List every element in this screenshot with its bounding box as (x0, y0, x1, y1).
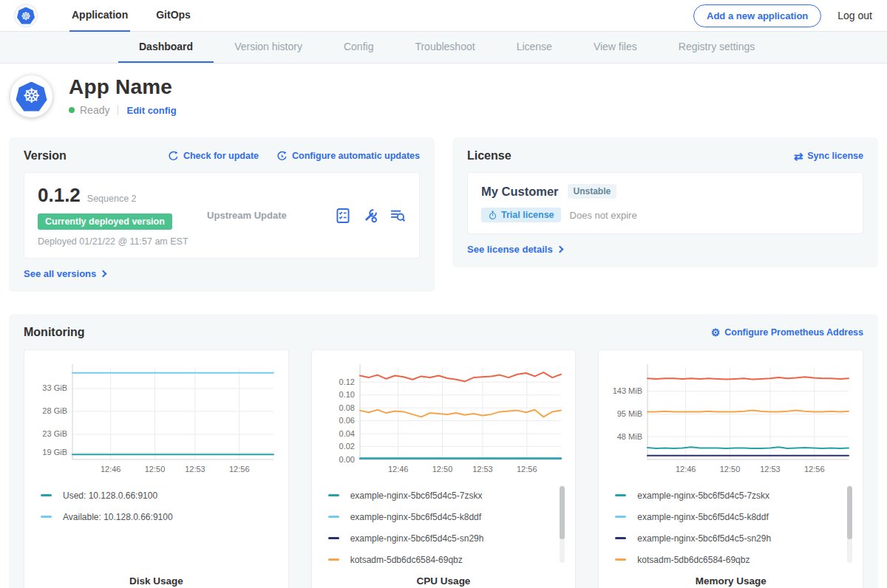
svg-text:12:46: 12:46 (388, 465, 409, 474)
kubernetes-logo: ☸ (15, 4, 37, 27)
monitoring-section: Monitoring ⚙ Configure Prometheus Addres… (9, 314, 878, 588)
chart-title: Memory Usage (608, 575, 854, 587)
app-header: ☸ App Name Ready Edit config (0, 64, 887, 128)
tab-version-history[interactable]: Version history (214, 32, 323, 63)
sequence-label: Sequence 2 (87, 194, 137, 204)
add-new-application-button[interactable]: Add a new application (693, 4, 821, 27)
legend-label: example-nginx-5bc6f5d4c5-7zskx (350, 490, 483, 501)
cpu-usage-legend: example-nginx-5bc6f5d4c5-7zskxexample-ng… (321, 485, 567, 572)
legend-color-dash (41, 516, 52, 518)
page-title: App Name (69, 75, 177, 99)
svg-text:143 MiB: 143 MiB (612, 386, 642, 395)
version-source: Upstream Update (207, 210, 335, 221)
svg-text:19 GiB: 19 GiB (43, 448, 68, 457)
divider (118, 105, 118, 115)
edit-config-icon[interactable] (362, 208, 378, 224)
legend-color-dash (328, 494, 339, 496)
license-expiry: Does not expire (570, 210, 637, 221)
legend-color-dash (615, 537, 626, 539)
svg-text:0.06: 0.06 (339, 416, 355, 425)
svg-text:12:46: 12:46 (676, 465, 696, 474)
disk-usage-legend: Used: 10.128.0.66:9100Available: 10.128.… (33, 485, 279, 572)
check-for-update-button[interactable]: Check for update (168, 151, 259, 162)
edit-config-link[interactable]: Edit config (126, 105, 176, 116)
legend-color-dash (615, 558, 626, 561)
svg-text:28 GiB: 28 GiB (43, 406, 68, 415)
legend-scrollbar[interactable] (560, 486, 565, 563)
tab-troubleshoot[interactable]: Troubleshoot (394, 32, 495, 63)
deploy-logs-icon[interactable] (390, 208, 406, 224)
legend-color-dash (41, 494, 52, 496)
version-card: Version Check for update Configure au (9, 137, 435, 292)
tab-view-files[interactable]: View files (573, 32, 658, 63)
see-license-details-link[interactable]: See license details (467, 244, 563, 255)
svg-text:12:50: 12:50 (432, 465, 453, 474)
logout-link[interactable]: Log out (837, 10, 872, 21)
tab-config[interactable]: Config (323, 32, 394, 63)
legend-item: Available: 10.128.0.66:9100 (41, 506, 279, 527)
legend-item: kotsadm-5db6dc6584-69qbz (328, 549, 567, 570)
preflight-checks-icon[interactable] (335, 208, 351, 224)
chart-title: Disk Usage (33, 575, 279, 587)
sync-license-button[interactable]: ⇄ Sync license (794, 151, 863, 162)
legend-color-dash (328, 516, 339, 518)
disk-usage-chart: 12:4612:5012:5312:5619 GiB23 GiB28 GiB33… (34, 360, 278, 479)
legend-item: Used: 10.128.0.66:9100 (41, 485, 279, 506)
see-all-versions-link[interactable]: See all versions (24, 268, 106, 279)
svg-text:12:46: 12:46 (101, 465, 121, 474)
svg-text:12:53: 12:53 (185, 465, 205, 474)
svg-text:23 GiB: 23 GiB (43, 429, 68, 438)
legend-label: Available: 10.128.0.66:9100 (63, 512, 173, 522)
tab-gitops[interactable]: GitOps (154, 0, 193, 32)
legend-label: example-nginx-5bc6f5d4c5-k8ddf (637, 512, 768, 522)
memory-usage-chart-card: 12:4612:5012:5312:5648 MiB95 MiB143 MiB … (598, 349, 863, 588)
svg-text:33 GiB: 33 GiB (43, 383, 68, 392)
svg-text:12:50: 12:50 (719, 465, 740, 474)
app-status: Ready (80, 104, 109, 116)
svg-text:12:50: 12:50 (145, 465, 166, 474)
app-icon: ☸ (10, 75, 52, 117)
legend-label: example-nginx-5bc6f5d4c5-k8ddf (350, 512, 481, 522)
configure-prometheus-button[interactable]: ⚙ Configure Prometheus Address (711, 327, 863, 338)
legend-color-dash (328, 558, 339, 561)
gear-icon: ⚙ (711, 327, 721, 338)
chevron-right-icon (100, 270, 107, 278)
svg-text:48 MiB: 48 MiB (616, 432, 642, 441)
memory-usage-chart: 12:4612:5012:5312:5648 MiB95 MiB143 MiB (609, 360, 853, 479)
tab-application[interactable]: Application (69, 0, 130, 32)
license-card-title: License (467, 149, 512, 163)
legend-label: example-nginx-5bc6f5d4c5-7zskx (637, 490, 769, 501)
svg-text:12:53: 12:53 (760, 465, 781, 474)
legend-item: example-nginx-5bc6f5d4c5-k8ddf (328, 506, 567, 527)
svg-text:0.00: 0.00 (339, 455, 355, 464)
svg-text:0.04: 0.04 (339, 429, 355, 438)
configure-automatic-updates-button[interactable]: Configure automatic updates (276, 151, 420, 162)
legend-color-dash (615, 516, 626, 518)
topnav-tabs: Application GitOps (69, 0, 217, 32)
sync-icon: ⇄ (794, 151, 803, 162)
legend-item: example-nginx-5bc6f5d4c5-7zskx (615, 485, 854, 506)
cpu-usage-chart-card: 12:4612:5012:5312:560.000.020.040.060.08… (311, 349, 577, 588)
legend-label: Used: 10.128.0.66:9100 (63, 490, 157, 501)
svg-text:12:56: 12:56 (804, 465, 825, 474)
legend-color-dash (328, 537, 339, 539)
svg-text:95 MiB: 95 MiB (616, 409, 642, 418)
customer-name: My Customer (481, 185, 559, 199)
legend-color-dash (615, 494, 626, 496)
channel-badge: Unstable (568, 184, 617, 199)
kubernetes-wheel-icon: ☸ (21, 10, 30, 21)
legend-scrollbar[interactable] (847, 486, 852, 563)
legend-item: example-nginx-5bc6f5d4c5-sn29h (615, 527, 854, 549)
tab-dashboard[interactable]: Dashboard (118, 32, 214, 63)
monitoring-title: Monitoring (24, 326, 85, 339)
tab-license[interactable]: License (496, 32, 573, 63)
cpu-usage-chart: 12:4612:5012:5312:560.000.020.040.060.08… (322, 360, 565, 479)
top-navbar: ☸ Application GitOps Add a new applicati… (0, 0, 887, 32)
legend-item: example-nginx-5bc6f5d4c5-sn29h (328, 527, 567, 549)
legend-item: example-nginx-5bc6f5d4c5-7zskx (328, 485, 567, 506)
schedule-update-icon (276, 151, 288, 162)
tab-registry-settings[interactable]: Registry settings (658, 32, 775, 63)
svg-text:0.08: 0.08 (339, 403, 355, 412)
deployed-timestamp: Deployed 01/21/22 @ 11:57 am EST (38, 236, 207, 247)
license-type-badge: Trial license (481, 208, 561, 222)
